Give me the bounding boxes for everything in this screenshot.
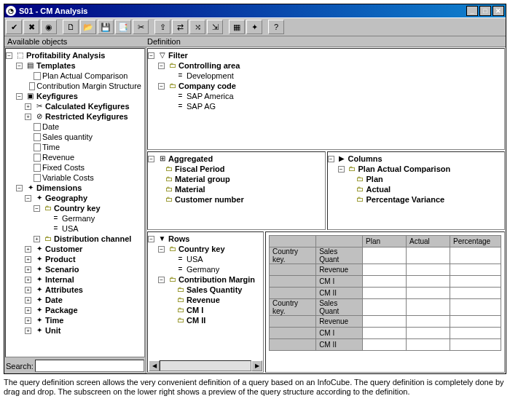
folder-icon: 🗀 [164, 185, 173, 194]
expand-icon[interactable]: − [158, 63, 165, 69]
expand-icon[interactable]: + [25, 297, 31, 304]
value-icon: = [176, 71, 185, 80]
available-objects-panel: −⬚Profitability Analysis −▤Templates Pla… [4, 47, 146, 373]
value-icon: = [176, 255, 185, 264]
new-button[interactable]: 🗋 [63, 20, 79, 34]
aggregated-panel[interactable]: −⊞Aggregated 🗀Fiscal Period 🗀Material gr… [147, 151, 326, 230]
expand-icon[interactable]: + [25, 277, 31, 283]
props2-button[interactable]: ✦ [246, 20, 262, 34]
app-icon: ◔ [6, 6, 16, 16]
folder-icon: 🗀 [356, 185, 365, 194]
expand-icon[interactable]: − [16, 63, 23, 69]
definition-panel: −▽Filter −🗀Controlling area =Development… [146, 47, 506, 373]
folder-icon: 🗀 [176, 285, 185, 294]
dimension-icon: ✦ [34, 296, 44, 304]
dimension-icon: ✦ [34, 326, 44, 335]
expand-icon[interactable]: − [6, 52, 12, 59]
expand-icon[interactable]: + [25, 114, 31, 120]
props1-button[interactable]: ▦ [229, 20, 245, 34]
tool4-button[interactable]: ⇲ [207, 20, 223, 34]
document-icon [34, 72, 41, 80]
expand-icon[interactable]: + [34, 236, 40, 242]
dimension-icon: ✦ [34, 306, 44, 314]
expand-icon[interactable]: + [25, 317, 31, 324]
title-bar[interactable]: ◔ S01 - CM Analysis _ □ ✕ [4, 4, 506, 17]
search-label: Search: [6, 362, 34, 371]
expand-icon[interactable]: − [158, 246, 165, 253]
maximize-button[interactable]: □ [479, 6, 491, 16]
value-icon: = [51, 224, 60, 233]
folder-icon: 🗀 [43, 204, 52, 213]
expand-icon[interactable]: + [25, 246, 31, 253]
expand-icon[interactable]: − [25, 195, 31, 202]
delete-button[interactable]: ✂ [133, 20, 149, 34]
expand-icon[interactable]: − [158, 277, 165, 283]
dimension-icon: ✦ [34, 245, 44, 253]
aggregate-icon: ⊞ [157, 154, 167, 163]
dimension-icon: ✦ [34, 255, 44, 264]
folder-icon: 🗀 [168, 61, 177, 70]
value-icon: = [176, 265, 185, 274]
expand-icon[interactable]: + [25, 287, 31, 293]
expand-icon[interactable]: − [16, 93, 23, 100]
open-button[interactable]: 📂 [80, 20, 96, 34]
rows-icon: ▼ [157, 234, 167, 243]
toolbar: ✔ ✖ ◉ 🗋 📂 💾 📑 ✂ ⇪ ⇄ ⤭ ⇲ ▦ ✦ ? [4, 17, 506, 36]
document-icon [29, 82, 36, 90]
folder-icon: 🗀 [168, 245, 177, 253]
expand-icon[interactable]: − [148, 52, 154, 59]
tool2-button[interactable]: ⇄ [172, 20, 188, 34]
execute-button[interactable]: ◉ [41, 20, 57, 34]
available-label: Available objects [7, 37, 147, 46]
expand-icon[interactable]: − [148, 236, 154, 242]
expand-icon[interactable]: − [328, 156, 334, 162]
folder-icon: 🗀 [164, 175, 173, 183]
expand-icon[interactable]: + [25, 307, 31, 314]
dimension-icon: ✦ [26, 183, 35, 192]
folder-icon: 🗀 [164, 195, 173, 204]
expand-icon[interactable]: + [25, 103, 31, 110]
tool1-button[interactable]: ⇪ [154, 20, 170, 34]
folder-icon: 🗀 [43, 234, 52, 243]
expand-icon[interactable]: + [25, 256, 31, 263]
panel-labels: Available objects Definition [4, 36, 506, 47]
preview-panel: PlanActualPercentage Country key.Sales Q… [265, 231, 505, 373]
minimize-button[interactable]: _ [466, 6, 478, 16]
restrict-icon: ⊘ [34, 112, 44, 121]
expand-icon[interactable]: − [16, 185, 23, 191]
dimension-icon: ✦ [34, 285, 44, 294]
preview-table: PlanActualPercentage Country key.Sales Q… [269, 235, 501, 351]
scroll-left-icon[interactable]: ◀ [149, 360, 160, 371]
expand-icon[interactable]: − [34, 205, 40, 212]
app-window: ◔ S01 - CM Analysis _ □ ✕ ✔ ✖ ◉ 🗋 📂 💾 📑 … [4, 4, 506, 374]
close-button[interactable]: ✕ [493, 6, 504, 16]
value-icon: = [176, 102, 185, 111]
columns-panel[interactable]: −▶Columns −🗀Plan Actual Comparison 🗀Plan… [327, 151, 506, 230]
expand-icon[interactable]: + [25, 266, 31, 273]
document-icon [34, 133, 41, 141]
folder-icon: 🗀 [168, 82, 177, 90]
search-input[interactable] [35, 360, 144, 372]
expand-icon[interactable]: − [338, 166, 345, 173]
available-tree[interactable]: −⬚Profitability Analysis −▤Templates Pla… [5, 48, 145, 357]
tool3-button[interactable]: ⤭ [189, 20, 205, 34]
folder-icon: 🗀 [176, 306, 185, 314]
scrollbar[interactable]: ◀ ▶ [149, 360, 262, 371]
expand-icon[interactable]: − [148, 156, 154, 162]
check-button[interactable]: ✔ [6, 20, 22, 34]
cancel-button[interactable]: ✖ [23, 20, 39, 34]
value-icon: = [51, 214, 60, 223]
window-title: S01 - CM Analysis [19, 7, 466, 15]
scroll-right-icon[interactable]: ▶ [251, 360, 262, 371]
save-button[interactable]: 💾 [98, 20, 114, 34]
rows-panel[interactable]: −▼Rows −🗀Country key =USA =Germany −🗀Con… [147, 231, 264, 373]
filter-icon: ▽ [157, 51, 167, 60]
filter-panel[interactable]: −▽Filter −🗀Controlling area =Development… [147, 48, 505, 150]
folder-icon: 🗀 [356, 175, 365, 183]
expand-icon[interactable]: + [25, 328, 31, 334]
folder-icon: 🗀 [164, 165, 173, 173]
document-icon [34, 164, 41, 172]
expand-icon[interactable]: − [158, 83, 165, 90]
help-button[interactable]: ? [268, 20, 284, 34]
saveas-button[interactable]: 📑 [115, 20, 131, 34]
